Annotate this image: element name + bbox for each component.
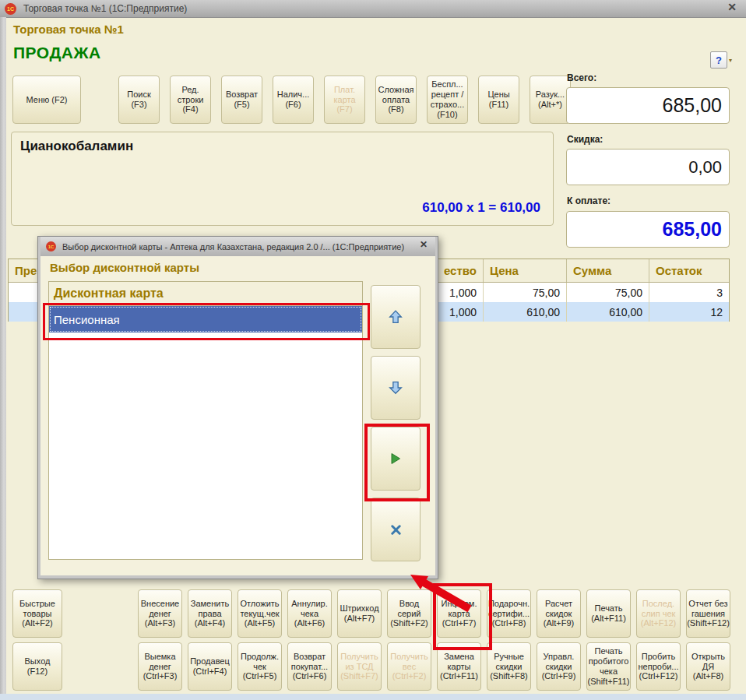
replace-card-button[interactable]: Замена карты (Ctrl+F11) bbox=[437, 642, 481, 691]
open-drawer-button[interactable]: Открыть ДЯ (Alt+F8) bbox=[686, 642, 730, 691]
pay-card-button: Плат. карта (F7) bbox=[324, 76, 365, 124]
list-column-header[interactable]: Дисконтная карта bbox=[49, 282, 362, 306]
report-no-clearing-button[interactable]: Отчет без гашения (Shift+F12) bbox=[686, 589, 730, 638]
1c-logo-icon: 1С bbox=[46, 241, 56, 252]
last-slip-button: Послед. слип чек (Alt+F12) bbox=[636, 589, 681, 638]
move-up-button[interactable] bbox=[371, 285, 421, 349]
discount-field: 0,00 bbox=[566, 149, 730, 185]
total-label: Всего: bbox=[567, 72, 596, 83]
close-icon[interactable]: ✕ bbox=[420, 239, 428, 250]
customer-return-button[interactable]: Возврат покупат... (Ctrl+F6) bbox=[287, 642, 332, 691]
help-button[interactable]: ? ▾ bbox=[710, 51, 732, 69]
get-from-tsd-button: Получить из ТСД (Shift+F7) bbox=[337, 642, 382, 691]
hold-receipt-button[interactable]: Отложить текущ.чек (Alt+F5) bbox=[238, 589, 282, 638]
info-card-button[interactable]: Информ. карта (Ctrl+F7) bbox=[437, 589, 481, 638]
cash-out-button[interactable]: Выемка денег (Ctrl+F3) bbox=[138, 642, 182, 691]
edit-line-button[interactable]: Ред. строки (F4) bbox=[170, 76, 211, 124]
play-icon bbox=[389, 452, 402, 465]
page-title: Торговая точка №1 bbox=[13, 23, 124, 36]
product-name: Цианокобаламин bbox=[20, 139, 133, 154]
calc-discounts-button[interactable]: Расчет скидок (Alt+F9) bbox=[537, 589, 581, 638]
quick-goods-button[interactable]: Быстрые товары (Alt+F2) bbox=[12, 589, 62, 638]
total-field: 685,00 bbox=[566, 87, 730, 124]
move-down-button[interactable] bbox=[371, 356, 421, 420]
current-product-panel: Цианокобаламин 610,00 x 1 = 610,00 bbox=[11, 132, 554, 226]
1c-logo-icon: 1С bbox=[5, 3, 16, 15]
print-punched-button[interactable]: Печать пробитого чека (Shift+F11) bbox=[586, 642, 631, 691]
app-title: Торговая точка №1 (1С:Предприятие) bbox=[23, 3, 187, 14]
dialog-title: Выбор дисконтной карты - Аптека для Каза… bbox=[62, 242, 404, 252]
column-header-sum[interactable]: Сумма bbox=[567, 259, 649, 282]
x-icon bbox=[390, 524, 402, 536]
discount-card-list: Дисконтная карта Пенсионная bbox=[48, 281, 363, 560]
select-card-button[interactable] bbox=[371, 427, 421, 491]
cancel-button[interactable] bbox=[371, 498, 421, 561]
complex-payment-button[interactable]: Сложная оплата (F8) bbox=[375, 76, 417, 124]
chevron-down-icon[interactable]: ▾ bbox=[729, 57, 732, 64]
void-receipt-button[interactable]: Аннулир. чека (Alt+F6) bbox=[287, 589, 332, 638]
free-recipe-button[interactable]: Беспл... рецепт / страхо... (F10) bbox=[427, 76, 468, 124]
change-rights-button[interactable]: Заменить права (Alt+F4) bbox=[188, 589, 232, 638]
managed-discounts-button[interactable]: Управл. скидки (Ctrl+F9) bbox=[537, 642, 581, 691]
help-icon[interactable]: ? bbox=[710, 51, 727, 69]
bottom-toolbar-row2: Выход (F12) Выемка денег (Ctrl+F3) Прода… bbox=[12, 642, 730, 691]
window-left-border bbox=[0, 17, 6, 694]
arrow-up-icon bbox=[389, 310, 403, 324]
close-icon[interactable]: ✕ bbox=[727, 1, 737, 13]
punch-unpunched-button[interactable]: Пробить непроби... (Ctrl+F12) bbox=[636, 642, 681, 691]
column-header-price[interactable]: Цена bbox=[484, 259, 567, 282]
seller-button[interactable]: Продавец (Ctrl+F4) bbox=[188, 642, 232, 691]
cash-in-button[interactable]: Внесение денег (Alt+F3) bbox=[138, 589, 182, 638]
menu-button[interactable]: Меню (F2) bbox=[12, 76, 81, 124]
due-label: К оплате: bbox=[567, 195, 611, 206]
prices-button[interactable]: Цены (F11) bbox=[478, 76, 519, 124]
app-window: 1С Торговая точка №1 (1С:Предприятие) ✕ … bbox=[0, 0, 746, 700]
get-weight-button: Получить вес (Ctrl+F2) bbox=[387, 642, 431, 691]
column-header-stock[interactable]: Остаток bbox=[649, 259, 729, 282]
manual-discounts-button[interactable]: Ручные скидки (Shift+F8) bbox=[487, 642, 531, 691]
continue-receipt-button[interactable]: Продолж. чек (Ctrl+F5) bbox=[238, 642, 282, 691]
exit-button[interactable]: Выход (F12) bbox=[12, 642, 62, 691]
enter-series-button[interactable]: Ввод серий (Shift+F2) bbox=[387, 589, 431, 638]
gift-certificate-button[interactable]: Подарочн. сертифи... (Ctrl+F8) bbox=[487, 589, 531, 638]
return-button[interactable]: Возврат (F5) bbox=[221, 76, 262, 124]
bottom-toolbar-row1: Быстрые товары (Alt+F2) Внесение денег (… bbox=[12, 589, 730, 638]
list-item-selected[interactable]: Пенсионная bbox=[49, 306, 362, 332]
dialog-heading: Выбор дисконтной карты bbox=[50, 261, 199, 274]
window-bottom-border bbox=[0, 694, 746, 700]
discount-label: Скидка: bbox=[567, 134, 603, 145]
dialog-body: Выбор дисконтной карты Дисконтная карта … bbox=[40, 256, 435, 575]
barcode-button[interactable]: Штрихкод (Alt+F7) bbox=[337, 589, 382, 638]
search-button[interactable]: Поиск (F3) bbox=[118, 76, 160, 124]
discount-card-dialog: 1С Выбор дисконтной карты - Аптека для К… bbox=[37, 236, 438, 579]
sale-mode-label: ПРОДАЖА bbox=[13, 44, 101, 62]
cash-button[interactable]: Налич... (F6) bbox=[273, 76, 314, 124]
app-titlebar: 1С Торговая точка №1 (1С:Предприятие) ✕ bbox=[0, 0, 746, 18]
unpack-button[interactable]: Разук... (Alt+*) bbox=[530, 76, 571, 124]
dialog-titlebar[interactable]: 1С Выбор дисконтной карты - Аптека для К… bbox=[40, 237, 435, 256]
arrow-down-icon bbox=[389, 381, 403, 395]
due-field: 685,00 bbox=[566, 211, 730, 248]
top-toolbar: Меню (F2) Поиск (F3) Ред. строки (F4) Во… bbox=[12, 76, 571, 124]
product-calculation: 610,00 x 1 = 610,00 bbox=[422, 200, 540, 216]
print-button[interactable]: Печать (Alt+F11) bbox=[586, 589, 631, 638]
